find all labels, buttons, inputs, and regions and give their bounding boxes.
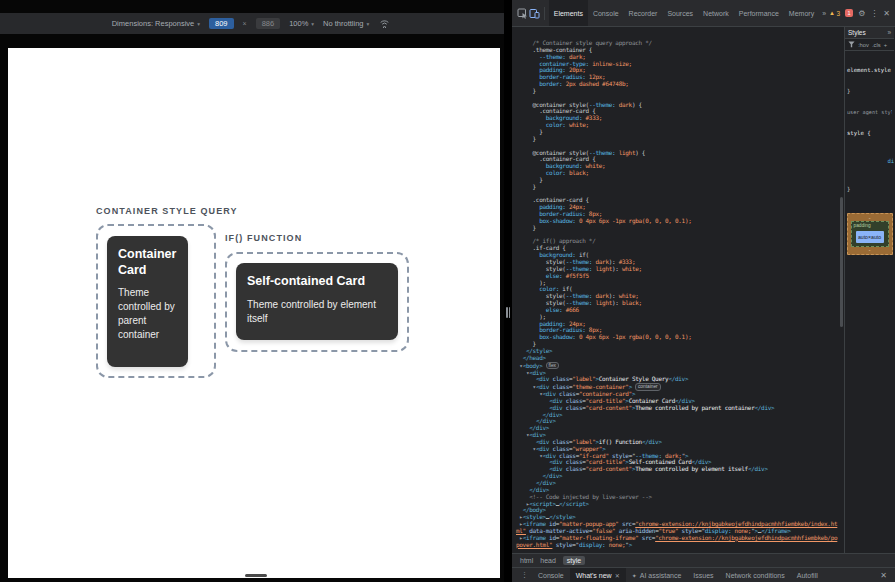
styles-pane-title[interactable]: Styles	[848, 29, 866, 36]
box-model-margin[interactable]: - padding auto×auto -	[847, 213, 893, 255]
close-tab-icon[interactable]: ✕	[615, 572, 620, 579]
drawer-tab-ai-assistance[interactable]: ✦AI assistance	[626, 568, 688, 582]
if-card: Self-contained Card Theme controlled by …	[236, 263, 398, 340]
card-content: Theme controlled by parent container	[118, 286, 177, 342]
drawer-tab-issues[interactable]: Issues	[687, 568, 719, 582]
code-line[interactable]: else: #f5f5f5	[516, 273, 839, 280]
drawer-menu-icon[interactable]: ⋮	[517, 571, 532, 579]
drawer-tab-console[interactable]: Console	[532, 568, 570, 582]
breadcrumb-item-html[interactable]: html	[520, 557, 533, 564]
code-line[interactable]: border: 2px dashed #64748b;	[516, 81, 839, 88]
code-line[interactable]: color: black;	[516, 170, 839, 177]
card-title: Container Card	[118, 247, 177, 278]
devtools-tab-sources[interactable]: Sources	[662, 0, 698, 26]
more-panes-icon[interactable]: »	[887, 29, 891, 36]
code-line[interactable]: }	[516, 136, 839, 143]
code-line[interactable]: }	[516, 184, 839, 191]
devtools-tabbar: ElementsConsoleRecorderSourcesNetworkPer…	[512, 0, 895, 27]
box-model-padding[interactable]: padding auto×auto	[851, 221, 889, 247]
filter-icon[interactable]	[848, 41, 855, 48]
code-line[interactable]: </div>	[516, 418, 839, 425]
chevron-down-icon: ▾	[311, 21, 314, 27]
new-style-rule[interactable]: +	[884, 42, 887, 48]
ua-rule-selector: style {	[847, 130, 871, 136]
spark-icon: ✦	[632, 572, 637, 579]
devtools-tab-memory[interactable]: Memory	[784, 0, 819, 26]
code-line[interactable]: </div>	[516, 473, 839, 480]
code-line[interactable]: ▸<iframe id="matter-popup-app" src="chro…	[516, 521, 839, 535]
toggle-element-state[interactable]: :hov	[858, 42, 869, 48]
devtools-tab-elements[interactable]: Elements	[549, 0, 588, 26]
devtools-tab-console[interactable]: Console	[588, 0, 624, 26]
throttling-select[interactable]: No throttling ▾	[323, 19, 369, 28]
code-line[interactable]: </div>	[516, 480, 839, 487]
code-line[interactable]: box-shadow: 0 4px 6px -1px rgba(0, 0, 0,…	[516, 334, 839, 341]
warnings-badge[interactable]: ▲ 3	[829, 10, 840, 17]
dimensions-label: Dimensions: Responsive	[112, 19, 195, 28]
issues-badge[interactable]: 1	[845, 9, 853, 17]
zoom-select[interactable]: 100% ▾	[289, 19, 314, 28]
inspect-element-icon[interactable]	[517, 7, 528, 20]
card-content: Theme controlled by element itself	[247, 298, 387, 326]
device-toolbar: Dimensions: Responsive ▾ 809 × 886 100% …	[0, 13, 504, 34]
viewport-height-input[interactable]: 886	[256, 18, 281, 29]
box-model: - padding auto×auto -	[845, 213, 894, 255]
code-line[interactable]: <div class="card-content">Theme controll…	[516, 466, 839, 473]
section-label-container-query: CONTAINER STYLE QUERY	[96, 206, 238, 216]
code-line[interactable]: </style>	[516, 348, 839, 355]
more-tabs-icon[interactable]: »	[819, 10, 829, 17]
code-line[interactable]: }	[516, 88, 839, 95]
breadcrumb: htmlheadstyle	[512, 553, 895, 567]
settings-gear-icon[interactable]: ⚙	[858, 9, 865, 18]
drawer: ⋮ ConsoleWhat's new✕✦AI assistanceIssues…	[512, 567, 895, 582]
scrollbar-thumb[interactable]	[840, 197, 843, 327]
elements-scrollbar[interactable]	[839, 27, 844, 553]
code-line[interactable]: box-shadow: 0 4px 6px -1px rgba(0, 0, 0,…	[516, 218, 839, 225]
code-line[interactable]: }	[516, 177, 839, 184]
network-signal-icon[interactable]	[378, 17, 391, 30]
devtools-tab-network[interactable]: Network	[698, 0, 734, 26]
zoom-value: 100%	[289, 19, 308, 28]
code-line[interactable]: </head>	[516, 355, 839, 362]
code-line[interactable]: ▾<body>flex	[516, 362, 839, 370]
section-label-if-function: IF() FUNCTION	[225, 233, 302, 243]
devtools-panel: ElementsConsoleRecorderSourcesNetworkPer…	[512, 0, 895, 582]
code-line[interactable]: </div>	[516, 412, 839, 419]
drawer-tab-network-conditions[interactable]: Network conditions	[720, 568, 791, 582]
code-line[interactable]: color: white;	[516, 122, 839, 129]
resizer-grip-icon	[506, 307, 508, 318]
code-line[interactable]: else: #666	[516, 307, 839, 314]
breadcrumb-item-head[interactable]: head	[540, 557, 556, 564]
code-line[interactable]: ▸<script>…</script>	[516, 501, 839, 508]
more-options-icon[interactable]: ⋮	[870, 9, 878, 18]
element-classes[interactable]: .cls	[872, 42, 881, 48]
code-line[interactable]: }	[516, 225, 839, 232]
styles-filter-bar: :hov .cls +	[845, 39, 894, 51]
device-toolbar-toggle-icon[interactable]	[529, 7, 540, 20]
code-line[interactable]: ▸<iframe id="matter-floating-iframe" src…	[516, 535, 839, 549]
code-line[interactable]: </div>	[516, 425, 839, 432]
ua-rule-property[interactable]: display:	[881, 158, 894, 164]
devtools-tab-performance[interactable]: Performance	[734, 0, 784, 26]
panel-resizer[interactable]	[504, 0, 512, 582]
code-line[interactable]: <div class="label">Container Style Query…	[516, 376, 839, 383]
box-model-content[interactable]: auto×auto	[856, 231, 884, 243]
devtools-tab-recorder[interactable]: Recorder	[624, 0, 663, 26]
card-title: Self-contained Card	[247, 274, 387, 290]
code-line[interactable]: <div class="card-content">Theme controll…	[516, 405, 839, 412]
viewport-width-input[interactable]: 809	[209, 18, 234, 29]
chevron-down-icon: ▾	[197, 21, 200, 27]
close-devtools-icon[interactable]: ✕	[883, 9, 890, 18]
element-style-selector[interactable]: element.style {	[847, 67, 894, 73]
close-drawer-icon[interactable]: ✕	[880, 571, 890, 580]
code-line[interactable]: }	[516, 341, 839, 348]
drawer-tab-autofill[interactable]: Autofill	[791, 568, 824, 582]
closing-brace: }	[847, 88, 892, 95]
dimensions-select[interactable]: Dimensions: Responsive ▾	[112, 19, 200, 28]
code-line[interactable]: }	[516, 129, 839, 136]
drawer-tab-what-s-new[interactable]: What's new✕	[570, 568, 626, 582]
dom-tree: /* Container style query approach */ .th…	[512, 27, 839, 553]
margin-bottom-value[interactable]: -	[869, 247, 871, 253]
toolbar-divider	[544, 7, 545, 20]
breadcrumb-item-style[interactable]: style	[563, 556, 585, 565]
